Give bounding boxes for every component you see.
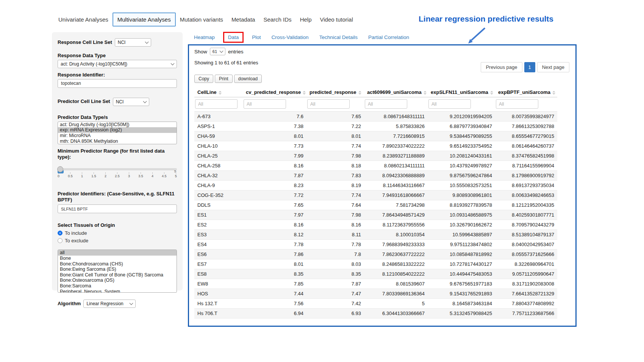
min-predictor-range-slider[interactable]: 0 5 00.511.522.533.544.55 [58,168,177,188]
listbox-option-exp-mrna-expression-log2[interactable]: exp: mRNA Expression (log2) [58,127,177,133]
listbox-option-bone-sarcoma[interactable]: Bone:Sarcoma [58,283,177,289]
table-row[interactable]: HOS7.447.477.803398691363649.15431765291… [194,289,557,299]
listbox-option-act-drug-activity-log10-ic50m[interactable]: act: Drug Activity (-log10[IC50M]) [58,122,177,128]
copy-button[interactable]: Copy [194,75,213,83]
predictor-identifiers-input[interactable] [58,204,177,213]
column-filter-input-cv-predicted-response[interactable] [244,99,286,109]
sort-icon[interactable] [219,91,222,95]
radio-to-exclude[interactable]: To exclude [58,238,177,243]
column-header-cellline[interactable]: CellLine [194,87,243,97]
table-row[interactable]: A-6737.67.658.086716483111119.2012091959… [194,112,557,122]
nav-item-univariate-analyses[interactable]: Univariate Analyses [54,13,113,26]
column-header-expslfn11-unisarcoma[interactable]: expSLFN11_uniSarcoma [428,87,495,97]
predictor-cell-line-set-select[interactable]: NCI [113,98,149,106]
nav-item-multivariate-analyses[interactable]: Multivariate Analyses [113,12,176,27]
current-page-button[interactable]: 1 [524,62,535,72]
listbox-option-mir-microrna[interactable]: mir: MicroRNA [58,133,177,139]
tab-cross-validation[interactable]: Cross-Validation [272,34,309,40]
table-row[interactable]: Hs 132.T7.567.4258.16458734631847.880437… [194,299,557,309]
slider-track[interactable] [58,168,177,170]
column-filter-input-cellline[interactable] [195,99,238,109]
table-row[interactable]: Hs 706.T6.946.936.304413033666675.313245… [194,309,557,318]
nav-item-search-ids[interactable]: Search IDs [259,13,295,26]
column-filter-input-act609699-unisarcoma[interactable] [365,99,407,109]
column-header-act609699-unisarcoma[interactable]: act609699_uniSarcoma [364,87,428,97]
table-row[interactable]: ES38.128.118.10001035410.5996438858978.5… [194,230,557,240]
table-row[interactable]: CHLA-2588.168.188.0860213411111110.43792… [194,161,557,171]
column-filter-input-expbptf-unisarcoma[interactable] [496,99,538,109]
value-cell: 8.70957902443279 [495,220,557,230]
value-cell: 8.081539607 [364,279,428,289]
table-row[interactable]: ES47.787.787.968839492333339.97511238474… [194,240,557,250]
sort-icon[interactable] [303,91,306,95]
table-row[interactable]: ES88.358.358.1210085402222210.4494475483… [194,269,557,279]
previous-page-button[interactable]: Previous page [481,62,522,72]
column-filter-input-expslfn11-unisarcoma[interactable] [428,99,471,109]
table-row[interactable]: ES17.977.987.8643494857142910.0931486588… [194,210,557,220]
radio-button-icon[interactable] [58,238,63,243]
table-row[interactable]: EW87.857.878.0815396079.676756519771838.… [194,279,557,289]
predictor-data-type-listbox[interactable]: act: Drug Activity (-log10[IC50M])exp: m… [58,122,177,144]
radio-button-icon[interactable] [58,231,63,236]
sort-icon[interactable] [552,91,555,95]
column-header-expbptf-unisarcoma[interactable]: expBPTF_uniSarcoma [495,87,557,97]
table-row[interactable]: CHLA-98.238.198.1144634311666710.5550832… [194,181,557,190]
table-row[interactable]: ES78.018.038.2486581332222210.7278174430… [194,259,557,269]
response-data-type-select[interactable]: act: Drug Activity (-log10[IC50M]) [58,60,177,68]
value-cell: 10.0858487818992 [428,250,495,259]
sort-icon[interactable] [358,91,361,95]
entries-count-select[interactable]: 61 [210,48,225,55]
slider-tick: 3.5 [138,172,143,178]
download-button[interactable]: download [234,75,262,83]
nav-item-metadata[interactable]: Metadata [227,13,259,26]
tissue-listbox[interactable]: allBoneBone:Chondrosarcoma (CHS)Bone:Ewi… [58,250,177,293]
radio-to-include[interactable]: To include [58,230,177,236]
column-header-predicted-response[interactable]: predicted_response [306,87,364,97]
listbox-option-bone-osteosarcoma-os[interactable]: Bone:Osteosarcoma (OS) [58,278,177,283]
value-cell: 10.4494475483053 [428,269,495,279]
table-row[interactable]: CHLA-107.737.747.890233740222229.6514923… [194,141,557,151]
table-row[interactable]: ES28.168.168.1172363795555610.3267901662… [194,220,557,230]
export-buttons: CopyPrintdownload [194,75,570,83]
sort-icon[interactable] [490,91,493,95]
annotation-arrow-icon [464,27,489,46]
value-cell: 7.86 [243,250,306,259]
nav-item-mutation-variants[interactable]: Mutation variants [176,13,227,26]
value-cell: 8.40259301807771 [495,210,557,220]
value-cell: 10.0931486588975 [428,210,495,220]
value-cell: 8.23 [243,181,306,190]
listbox-option-bone-giant-cell-tumor-of-bone-gctb-sarcoma[interactable]: Bone:Giant Cell Tumor of Bone (GCTB) Sar… [58,272,177,278]
response-identifier-input[interactable] [58,79,177,88]
algorithm-select[interactable]: Linear Regression [83,300,136,308]
listbox-option-peripheral-nervous-system[interactable]: Peripheral_Nervous_System [58,289,177,293]
column-filter-input-predicted-response[interactable] [307,99,350,109]
listbox-option-bone[interactable]: Bone [58,256,177,261]
nav-item-video-tutorial[interactable]: Video tutorial [316,13,357,26]
table-row[interactable]: ES67.867.87.8623063772222210.08584878189… [194,250,557,259]
listbox-option-mth-dna-850k-methylation[interactable]: mth: DNA 850K Methylation [58,139,177,144]
sort-icon[interactable] [424,91,427,95]
tab-partial-correlation[interactable]: Partial Correlation [368,34,409,40]
slider-handle[interactable] [57,166,63,172]
cell-line-cell: ES2 [194,220,243,230]
table-row[interactable]: COG-E-3527.727.747.949316180666679.80893… [194,190,557,200]
table-row[interactable]: ASPS-17.387.225.8758338266.8879773934084… [194,122,557,131]
tab-technical-details[interactable]: Technical Details [319,34,358,40]
response-cell-line-set-select[interactable]: NCI [115,38,151,47]
table-row[interactable]: CHLA-257.997.988.2389327118888910.208124… [194,151,557,161]
listbox-option-bone-chondrosarcoma-chs[interactable]: Bone:Chondrosarcoma (CHS) [58,261,177,267]
nav-item-help[interactable]: Help [296,13,316,26]
table-row[interactable]: CHA-598.018.017.72166089159.538445790892… [194,131,557,141]
value-cell: 9.20120919594205 [428,112,495,122]
listbox-option-all[interactable]: all [58,250,177,256]
next-page-button[interactable]: Next page [537,62,569,72]
table-row[interactable]: DDLS7.657.647.5817342988.819392778395788… [194,200,557,210]
table-row[interactable]: CHLA-327.877.838.094233068888899.8756759… [194,171,557,181]
tab-data[interactable]: Data [223,32,244,43]
print-button[interactable]: Print [215,75,233,83]
value-cell: 8.06146464260737 [495,141,557,151]
tab-heatmap[interactable]: Heatmap [194,34,215,40]
tab-plot[interactable]: Plot [252,34,261,40]
listbox-option-bone-ewing-sarcoma-es[interactable]: Bone:Ewing Sarcoma (ES) [58,267,177,272]
column-header-cv-predicted-response[interactable]: cv_predicted_response [243,87,306,97]
